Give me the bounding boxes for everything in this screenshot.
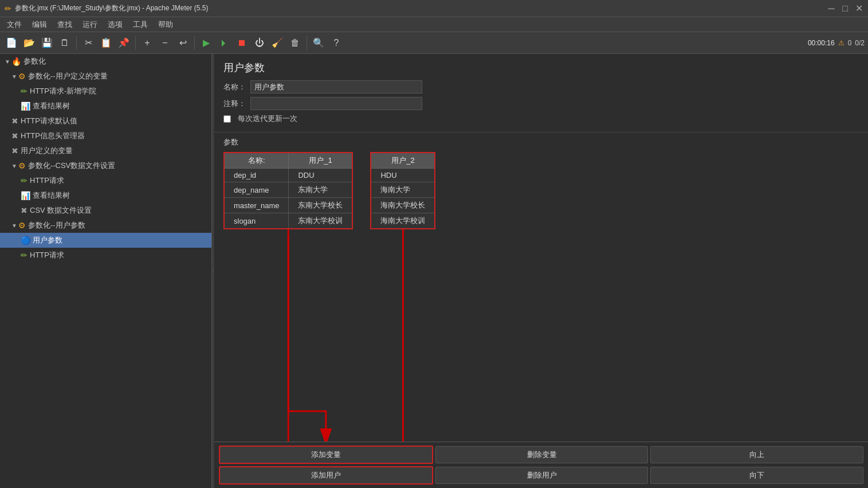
col-name-header: 名称:: [224, 153, 289, 169]
sidebar-item-http-header[interactable]: ✖ HTTP信息头管理器: [0, 128, 211, 143]
main-layout: ▼ 🔥 参数化 ▼ ⚙ 参数化--用户定义的变量 ✏ HTTP请求-新增学院 📊…: [0, 54, 868, 488]
search-button[interactable]: 🔍: [311, 35, 327, 51]
checkbox-label[interactable]: 每次迭代更新一次: [238, 114, 297, 124]
separator-4: [307, 36, 307, 50]
add-button[interactable]: +: [139, 35, 155, 51]
new-button[interactable]: 📄: [3, 35, 19, 51]
start-button[interactable]: ▶: [198, 35, 214, 51]
user1-value-cell: 东南大学: [289, 182, 353, 198]
table-row[interactable]: HDU: [371, 169, 435, 182]
minimize-button[interactable]: ─: [827, 4, 836, 13]
sidebar-item-label: 用户定义的变量: [21, 146, 73, 156]
remove-button[interactable]: −: [157, 35, 173, 51]
add-user-button[interactable]: 添加用户: [219, 466, 433, 485]
down-button[interactable]: 向下: [650, 467, 863, 484]
menu-help[interactable]: 帮助: [154, 18, 178, 31]
start-no-pause-button[interactable]: ⏵: [216, 35, 232, 51]
pencil-icon: ✏: [21, 176, 28, 185]
undo-button[interactable]: ↩: [175, 35, 191, 51]
restore-button[interactable]: □: [840, 4, 850, 13]
flame-icon: 🔥: [11, 57, 21, 66]
user2-value-cell: 海南大学: [371, 182, 435, 198]
gear-icon: ⚙: [18, 161, 26, 170]
clear-all-button[interactable]: 🗑: [287, 35, 303, 51]
sidebar-item-http-default[interactable]: ✖ HTTP请求默认值: [0, 114, 211, 128]
close-button[interactable]: ✕: [854, 4, 863, 13]
pencil-icon: ✏: [21, 251, 28, 260]
col-user2-header: 用户_2: [371, 153, 435, 169]
sidebar-item-label: HTTP信息头管理器: [21, 131, 85, 141]
user1-value-cell: 东南大学校长: [289, 198, 353, 213]
sidebar-item-root[interactable]: ▼ 🔥 参数化: [0, 54, 211, 69]
cut-button[interactable]: ✂: [80, 35, 96, 51]
open-button[interactable]: 📂: [21, 35, 37, 51]
save-button[interactable]: 💾: [39, 35, 55, 51]
menu-options[interactable]: 选项: [103, 18, 127, 31]
sidebar-item-csv-file-setup[interactable]: ✖ CSV 数据文件设置: [0, 203, 211, 218]
sidebar-item-user-defined-vars[interactable]: ✖ 用户定义的变量: [0, 143, 211, 158]
table-row[interactable]: 海南大学校训: [371, 213, 435, 229]
params-table-right: 用户_2 HDU海南大学海南大学校长海南大学校训: [370, 152, 435, 229]
sidebar-item-label: 用户参数: [33, 235, 62, 245]
sidebar-item-label: HTTP请求默认值: [21, 116, 77, 126]
cross-icon: ✖: [21, 206, 28, 215]
sidebar-item-view-result-tree1[interactable]: 📊 查看结果树: [0, 99, 211, 114]
save-as-button[interactable]: 🗒: [57, 35, 73, 51]
sidebar-item-label: 参数化--用户定义的变量: [28, 71, 108, 81]
sidebar-item-user-params[interactable]: 🔵 用户参数: [0, 233, 211, 248]
table-row[interactable]: slogan东南大学校训: [224, 213, 352, 229]
paste-button[interactable]: 📌: [116, 35, 132, 51]
del-var-button[interactable]: 删除变量: [435, 446, 649, 463]
menu-tools[interactable]: 工具: [128, 18, 152, 31]
copy-button[interactable]: 📋: [98, 35, 114, 51]
sidebar-item-view-result-tree2[interactable]: 📊 查看结果树: [0, 188, 211, 203]
sidebar-item-label: 参数化--用户参数: [28, 220, 85, 231]
pencil-icon: ✏: [21, 87, 28, 96]
sidebar-item-user-params-group[interactable]: ▼ ⚙ 参数化--用户参数: [0, 218, 211, 233]
window-title: 参数化.jmx (F:\JMeter_Study\参数化.jmx) - Apac…: [15, 3, 208, 13]
menu-find[interactable]: 查找: [53, 18, 77, 31]
sidebar-item-label: 查看结果树: [33, 190, 70, 201]
sidebar-item-http-request2[interactable]: ✏ HTTP请求: [0, 173, 211, 188]
help-button[interactable]: ?: [328, 35, 344, 51]
stop-button[interactable]: ⏹: [234, 35, 250, 51]
shutdown-button[interactable]: ⏻: [252, 35, 268, 51]
menu-file[interactable]: 文件: [2, 18, 26, 31]
menu-run[interactable]: 运行: [78, 18, 102, 31]
clear-button[interactable]: 🧹: [269, 35, 285, 51]
sidebar-item-csv-group[interactable]: ▼ ⚙ 参数化--CSV数据文件设置: [0, 158, 211, 173]
param-name-cell: master_name: [224, 198, 289, 213]
user1-value-cell: DDU: [289, 169, 353, 182]
chevron-down-icon: ▼: [11, 163, 17, 169]
cross-icon: ✖: [11, 146, 18, 155]
param-name-cell: slogan: [224, 213, 289, 229]
sidebar-item-http-request3[interactable]: ✏ HTTP请求: [0, 248, 211, 263]
up-button[interactable]: 向上: [650, 446, 863, 463]
table-row[interactable]: dep_name东南大学: [224, 182, 352, 198]
sidebar-item-user-vars-group[interactable]: ▼ ⚙ 参数化--用户定义的变量: [0, 69, 211, 84]
params-section: 参数 名称: 用户_1 dep_idDDUdep_name东南大学master_…: [214, 132, 868, 442]
title-bar: ✏ 参数化.jmx (F:\JMeter_Study\参数化.jmx) - Ap…: [0, 0, 868, 17]
user-params-icon: 🔵: [21, 236, 30, 245]
separator-2: [135, 36, 136, 50]
table-row[interactable]: 海南大学: [371, 182, 435, 198]
app-icon: ✏: [5, 4, 11, 13]
table-row[interactable]: 海南大学校长: [371, 198, 435, 213]
cross-icon: ✖: [11, 116, 18, 126]
sidebar-item-label: 查看结果树: [33, 101, 70, 111]
name-label: 名称：: [223, 82, 246, 92]
del-user-button[interactable]: 删除用户: [435, 467, 649, 484]
menu-edit[interactable]: 编辑: [28, 18, 52, 31]
comment-row: 注释：: [223, 97, 859, 110]
update-each-iteration-checkbox[interactable]: [223, 115, 231, 123]
table-row[interactable]: master_name东南大学校长: [224, 198, 352, 213]
name-input[interactable]: [250, 80, 422, 93]
btn-row-2: 添加用户 删除用户 向下: [219, 466, 863, 485]
add-var-button[interactable]: 添加变量: [219, 446, 433, 464]
comment-input[interactable]: [250, 97, 422, 110]
toolbar-right: 00:00:16 ⚠ 0 0/2: [808, 39, 865, 47]
table-row[interactable]: dep_idDDU: [224, 169, 352, 182]
sidebar: ▼ 🔥 参数化 ▼ ⚙ 参数化--用户定义的变量 ✏ HTTP请求-新增学院 📊…: [0, 54, 212, 488]
checkbox-row: 每次迭代更新一次: [223, 114, 859, 124]
sidebar-item-http-new-school[interactable]: ✏ HTTP请求-新增学院: [0, 84, 211, 99]
